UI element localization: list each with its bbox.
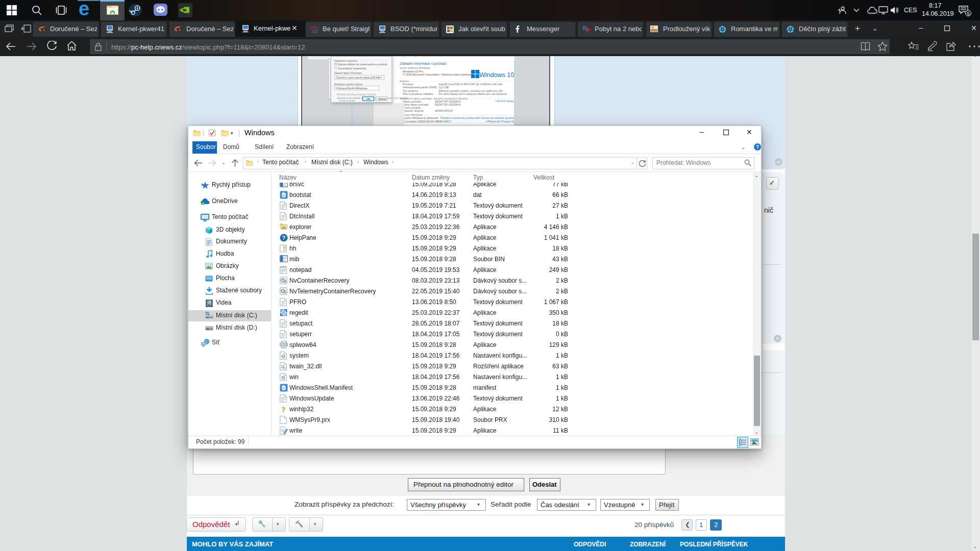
svg-text:?: ? — [283, 245, 286, 252]
svg-text:?: ? — [282, 235, 286, 241]
svg-text:?: ? — [282, 406, 286, 414]
